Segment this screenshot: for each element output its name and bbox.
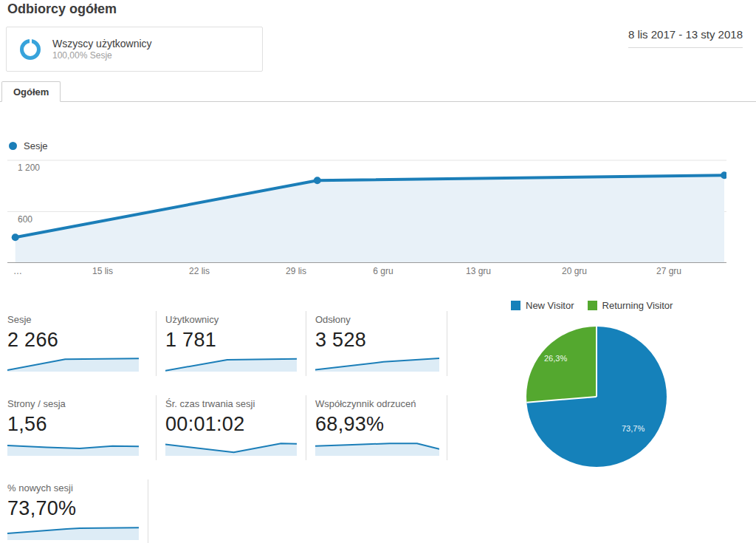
timeline-legend-label: Sesje	[24, 140, 48, 151]
y-axis-tick: 1 200	[18, 163, 40, 173]
x-axis-tick: 29 lis	[286, 266, 306, 276]
metric-card-bounce-rate: Współczynnik odrzuceń 68,93%	[306, 395, 447, 460]
segment-subtitle: 100,00% Sesje	[52, 50, 152, 61]
pie-slice-label-new: 73,7%	[622, 424, 645, 433]
pie-slice-divider	[596, 327, 597, 397]
metric-label: Użytkownicy	[165, 314, 297, 325]
audience-overview-page: Odbiorcy ogółem 8 lis 2017 - 13 sty 2018…	[0, 0, 756, 543]
x-axis-tick: 13 gru	[466, 266, 491, 276]
pie-slice-label-returning: 26,3%	[544, 354, 567, 363]
x-axis-tick: …	[13, 266, 22, 276]
x-axis-tick: 6 gru	[373, 266, 393, 276]
metric-sparkline	[315, 354, 439, 372]
new-visitor-swatch-icon	[511, 301, 520, 310]
y-axis-tick: 600	[18, 214, 32, 225]
timeline-plot	[7, 157, 726, 264]
segment-title: Wszyscy użytkownicy	[52, 37, 152, 50]
metric-value: 68,93%	[315, 413, 438, 436]
legend-label: Returning Visitor	[602, 300, 673, 311]
metric-card-pages-per-session: Strony / sesja 1,56	[7, 395, 157, 460]
metric-value: 2 266	[7, 329, 147, 352]
segment-card-all-users[interactable]: Wszyscy użytkownicy 100,00% Sesje	[6, 27, 263, 72]
page-title: Odbiorcy ogółem	[7, 1, 117, 17]
metric-sparkline	[315, 438, 439, 456]
segment-text: Wszyscy użytkownicy 100,00% Sesje	[52, 37, 152, 61]
sessions-legend-dot-icon	[9, 142, 17, 150]
metric-card-avg-session-duration: Śr. czas trwania sesji 00:01:02	[157, 395, 306, 460]
metric-label: Strony / sesja	[7, 398, 147, 409]
metric-sparkline	[165, 354, 297, 372]
legend-item-new-visitor: New Visitor	[511, 300, 574, 311]
tab-bar: Ogółem	[0, 81, 756, 102]
x-axis-tick: 22 lis	[189, 266, 210, 276]
metric-cards-grid: Sesje 2 266 Użytkownicy 1 781 Odsłony 3 …	[7, 311, 450, 543]
metric-sparkline	[7, 522, 139, 540]
segment-donut-icon	[20, 39, 41, 60]
visitor-type-panel: New Visitor Returning Visitor 26,3% 73,7…	[487, 296, 756, 480]
x-axis-tick: 15 lis	[92, 266, 113, 276]
legend-label: New Visitor	[526, 300, 574, 311]
date-range-selector[interactable]: 8 lis 2017 - 13 sty 2018	[628, 28, 743, 48]
metric-value: 00:01:02	[165, 413, 297, 436]
metric-label: Sesje	[7, 314, 147, 325]
metric-value: 3 528	[315, 329, 438, 352]
x-axis-tick: 27 gru	[656, 266, 681, 276]
metric-value: 1,56	[7, 413, 147, 436]
metric-row: % nowych sesji 73,70%	[7, 479, 450, 543]
metric-label: % nowych sesji	[7, 482, 139, 494]
metric-card-new-sessions: % nowych sesji 73,70%	[7, 479, 148, 543]
metric-row: Sesje 2 266 Użytkownicy 1 781 Odsłony 3 …	[7, 311, 450, 376]
metric-row: Strony / sesja 1,56 Śr. czas trwania ses…	[7, 395, 450, 460]
metric-sparkline	[7, 354, 139, 372]
metric-label: Współczynnik odrzuceń	[315, 398, 438, 409]
x-axis-tick: 20 gru	[562, 266, 587, 276]
tab-overview[interactable]: Ogółem	[1, 81, 61, 102]
metric-label: Odsłony	[315, 314, 438, 325]
pie-slice-divider	[526, 396, 597, 403]
metric-card-pageviews: Odsłony 3 528	[306, 311, 447, 376]
metric-value: 1 781	[165, 329, 297, 352]
metric-sparkline	[7, 438, 139, 456]
returning-visitor-swatch-icon	[588, 301, 597, 310]
metric-sparkline	[165, 438, 297, 456]
metric-value: 73,70%	[7, 497, 139, 520]
sessions-timeline-chart[interactable]: 1 200600 …15 lis22 lis29 lis6 gru13 gru2…	[7, 157, 726, 281]
pie-legend: New Visitor Returning Visitor	[511, 300, 686, 311]
metric-label: Śr. czas trwania sesji	[165, 398, 297, 409]
visitor-type-pie-chart[interactable]: 26,3% 73,7%	[526, 327, 667, 467]
metric-card-sessions: Sesje 2 266	[7, 311, 157, 376]
timeline-legend: Sesje	[9, 140, 48, 151]
legend-item-returning-visitor: Returning Visitor	[588, 300, 673, 311]
metric-card-users: Użytkownicy 1 781	[157, 311, 306, 376]
